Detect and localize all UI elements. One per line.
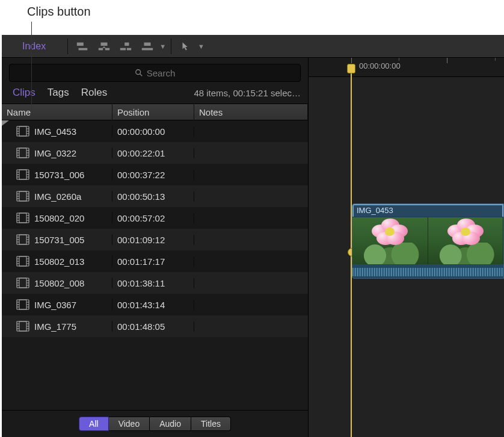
svg-rect-0 bbox=[77, 42, 84, 46]
table-row[interactable]: IMG_0322 00:00:22:01 bbox=[2, 142, 308, 164]
selection-marker-icon bbox=[2, 120, 9, 126]
filter-video-button[interactable]: Video bbox=[109, 417, 150, 431]
svg-rect-7 bbox=[127, 48, 131, 50]
ruler-tick bbox=[447, 58, 447, 63]
svg-rect-4 bbox=[105, 48, 109, 50]
tab-clips[interactable]: Clips bbox=[13, 87, 35, 99]
clip-name: 150731_005 bbox=[34, 235, 84, 245]
filter-audio-button[interactable]: Audio bbox=[150, 417, 191, 431]
table-row[interactable]: 150731_006 00:00:37:22 bbox=[2, 164, 308, 185]
ruler-tick bbox=[495, 58, 496, 61]
clip-position: 00:01:43:14 bbox=[112, 300, 194, 310]
table-row[interactable]: 150802_020 00:00:57:02 bbox=[2, 207, 308, 229]
connect-clip-icon[interactable] bbox=[75, 41, 90, 52]
filmstrip-icon bbox=[16, 126, 29, 137]
clip-position: 00:01:48:05 bbox=[112, 321, 194, 332]
svg-rect-5 bbox=[124, 42, 129, 46]
filter-buttons: All Video Audio Titles bbox=[2, 410, 308, 437]
clip-name: 150731_006 bbox=[34, 170, 84, 180]
svg-rect-29 bbox=[19, 170, 26, 179]
filter-all-button[interactable]: All bbox=[79, 417, 109, 431]
clip-name: 150802_013 bbox=[34, 256, 84, 267]
clip-thumbnails bbox=[352, 217, 503, 264]
svg-rect-1 bbox=[79, 48, 88, 50]
svg-rect-6 bbox=[120, 48, 126, 50]
table-row[interactable]: IMG_0367 00:01:43:14 bbox=[2, 294, 308, 315]
filmstrip-icon bbox=[16, 191, 29, 202]
column-header-name[interactable]: Name bbox=[2, 104, 112, 120]
svg-rect-13 bbox=[19, 126, 26, 136]
svg-rect-69 bbox=[19, 278, 26, 288]
filmstrip-icon bbox=[16, 277, 29, 288]
clip-thumbnail bbox=[428, 217, 504, 264]
table-row[interactable]: 150802_008 00:01:38:11 bbox=[2, 272, 308, 294]
select-tool-icon[interactable] bbox=[179, 41, 193, 52]
clip-position: 00:00:22:01 bbox=[112, 148, 194, 158]
svg-point-10 bbox=[135, 70, 140, 75]
clip-position: 00:00:00:00 bbox=[112, 126, 194, 137]
filter-titles-button[interactable]: Titles bbox=[191, 417, 231, 431]
clip-name: IMG_0367 bbox=[34, 300, 76, 310]
svg-rect-45 bbox=[19, 213, 26, 223]
table-row[interactable]: IMG_1775 00:01:48:05 bbox=[2, 315, 308, 337]
timeline-viewer[interactable]: 00:00:00:00 IMG_0453 bbox=[309, 58, 504, 437]
callout-label: Clips button bbox=[27, 5, 91, 19]
svg-rect-21 bbox=[19, 148, 26, 158]
search-placeholder: Search bbox=[147, 68, 176, 78]
tab-roles[interactable]: Roles bbox=[81, 87, 107, 99]
clips-table: IMG_0453 00:00:00:00 IMG_0322 00:00:22:0… bbox=[2, 120, 308, 410]
filmstrip-icon bbox=[16, 299, 29, 310]
ruler-tick bbox=[399, 58, 399, 61]
clip-title: IMG_0453 bbox=[352, 204, 503, 217]
overwrite-clip-icon[interactable] bbox=[140, 41, 155, 52]
insert-clip-icon[interactable] bbox=[97, 41, 111, 52]
filmstrip-icon bbox=[16, 212, 29, 223]
index-button[interactable]: Index bbox=[5, 39, 63, 54]
table-row[interactable]: 150802_013 00:01:17:17 bbox=[2, 250, 308, 272]
clip-position: 00:01:38:11 bbox=[112, 278, 194, 288]
clip-name: 150802_020 bbox=[34, 213, 84, 223]
chevron-down-icon[interactable]: ▼ bbox=[198, 43, 204, 50]
clip-name: IMG_1775 bbox=[34, 321, 76, 332]
chevron-down-icon[interactable]: ▼ bbox=[159, 43, 166, 50]
svg-rect-77 bbox=[19, 300, 26, 309]
clip-name: IMG_0322 bbox=[34, 148, 76, 158]
column-header-position[interactable]: Position bbox=[112, 104, 194, 120]
svg-rect-53 bbox=[19, 235, 26, 244]
table-header: Name Position Notes bbox=[2, 104, 308, 120]
svg-rect-2 bbox=[101, 42, 108, 46]
timeline-index-panel: Search Clips Tags Roles 48 items, 00:15:… bbox=[2, 58, 309, 437]
playhead-handle[interactable] bbox=[347, 64, 355, 73]
search-input[interactable]: Search bbox=[9, 64, 301, 82]
clip-position: 00:01:09:12 bbox=[112, 235, 194, 245]
clip-position: 00:00:37:22 bbox=[112, 170, 194, 180]
fcp-window: Index ▼ ▼ bbox=[2, 35, 504, 437]
ruler[interactable]: 00:00:00:00 bbox=[309, 58, 504, 77]
filmstrip-icon bbox=[16, 234, 29, 245]
timeline-clip[interactable]: IMG_0453 bbox=[352, 203, 504, 279]
table-row[interactable]: IMG_0453 00:00:00:00 bbox=[2, 120, 308, 142]
svg-rect-61 bbox=[19, 256, 26, 266]
clip-position: 00:00:57:02 bbox=[112, 213, 194, 223]
clip-name: 150802_008 bbox=[34, 278, 84, 288]
filmstrip-icon bbox=[16, 169, 29, 180]
index-tabs: Clips Tags Roles 48 items, 00:15:21 sele… bbox=[2, 85, 308, 104]
clip-name: IMG_0260a bbox=[34, 191, 81, 202]
tab-tags[interactable]: Tags bbox=[48, 87, 69, 99]
svg-rect-3 bbox=[99, 48, 103, 50]
svg-rect-85 bbox=[19, 321, 26, 331]
selection-status: 48 items, 00:15:21 selec… bbox=[194, 88, 301, 98]
svg-rect-8 bbox=[144, 42, 151, 46]
column-header-notes[interactable]: Notes bbox=[194, 104, 308, 120]
toolbar-divider bbox=[67, 39, 68, 54]
table-row[interactable]: IMG_0260a 00:00:50:13 bbox=[2, 185, 308, 207]
filmstrip-icon bbox=[16, 321, 29, 332]
svg-line-11 bbox=[140, 74, 142, 76]
append-clip-icon[interactable] bbox=[118, 41, 133, 52]
svg-rect-37 bbox=[19, 191, 26, 201]
table-row[interactable]: 150731_005 00:01:09:12 bbox=[2, 229, 308, 250]
toolbar: Index ▼ ▼ bbox=[2, 35, 504, 58]
callout-line bbox=[31, 22, 32, 110]
filmstrip-icon bbox=[16, 256, 29, 267]
filmstrip-icon bbox=[16, 147, 29, 158]
